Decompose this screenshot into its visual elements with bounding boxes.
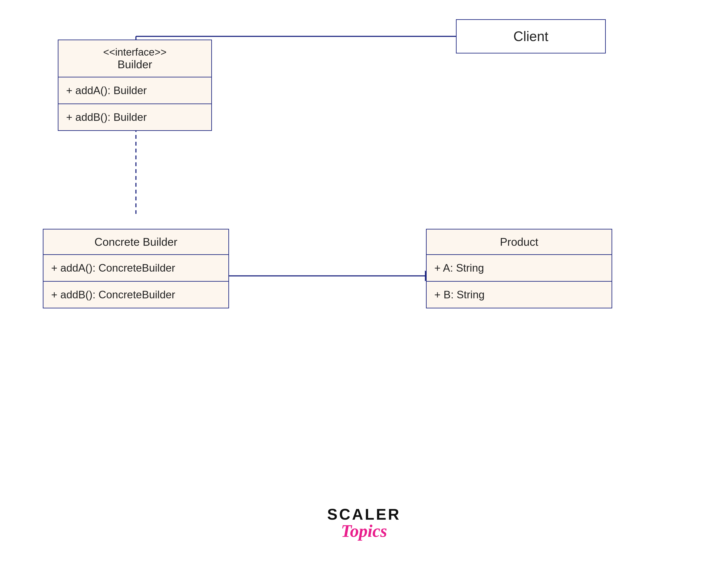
builder-interface-box: <<interface>> Builder + addA(): Builder … <box>58 39 212 131</box>
product-box: Product + A: String + B: String <box>426 229 612 308</box>
logo-area: SCALER Topics <box>327 505 401 541</box>
product-field-2: + B: String <box>427 281 612 308</box>
builder-name: Builder <box>117 58 152 71</box>
builder-method-1: + addA(): Builder <box>59 78 211 104</box>
product-field-1: + A: String <box>427 255 612 281</box>
client-box: Client <box>456 19 606 53</box>
concrete-builder-method-2: + addB(): ConcreteBuilder <box>43 281 229 308</box>
client-label: Client <box>513 28 548 44</box>
builder-stereotype: <<interface>> <box>63 46 207 58</box>
concrete-builder-method-1: + addA(): ConcreteBuilder <box>43 255 229 281</box>
concrete-builder-box: Concrete Builder + addA(): ConcreteBuild… <box>43 229 229 308</box>
builder-method-2: + addB(): Builder <box>59 104 211 130</box>
logo-scaler: SCALER <box>327 505 401 523</box>
builder-header: <<interface>> Builder <box>59 40 211 78</box>
concrete-builder-header: Concrete Builder <box>43 229 229 255</box>
product-header: Product <box>427 229 612 255</box>
diagram-container: Client <<interface>> Builder + addA(): B… <box>0 0 728 571</box>
logo-topics: Topics <box>327 521 401 541</box>
